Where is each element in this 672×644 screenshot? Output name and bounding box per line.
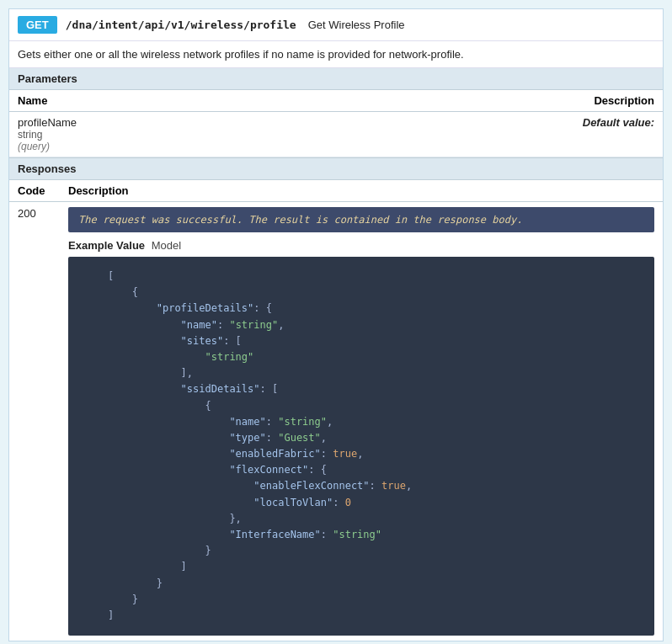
api-container: GET /dna/intent/api/v1/wireless/profile … [8,8,664,641]
param-default-cell: Default value: [311,112,663,157]
response-desc-cell: The request was successful. The result i… [60,202,663,641]
api-title: Get Wireless Profile [308,19,405,31]
param-name-cell: profileName string (query) [9,112,311,157]
parameters-table: Name Description profileName string (que… [9,90,663,157]
example-value-label: Example Value [68,239,145,252]
param-row: profileName string (query) Default value… [9,112,663,157]
responses-section-header: Responses [9,158,663,180]
response-desc-header: Description [60,180,663,202]
response-code-header: Code [9,180,60,202]
api-path-text: /dna/intent/api/v1/wireless/profile [66,19,296,31]
model-link[interactable]: Model [152,239,181,252]
parameters-section-header: Parameters [9,68,663,90]
param-type: string [18,129,302,141]
param-location: (query) [18,141,302,152]
params-name-header: Name [9,90,311,112]
example-label: Example Value Model [68,239,654,252]
responses-section: Responses Code Description 200 The reque… [9,157,663,641]
response-row: 200 The request was successful. The resu… [9,202,663,641]
code-block: [ { "profileDetails": { "name": "string"… [68,257,654,636]
param-name: profileName [18,116,302,129]
params-desc-header: Description [311,90,663,112]
response-code: 200 [9,202,60,641]
method-badge: GET [18,16,57,34]
api-description: Gets either one or all the wireless netw… [9,41,663,68]
responses-table: Code Description 200 The request was suc… [9,180,663,641]
response-message: The request was successful. The result i… [68,207,654,232]
api-header: GET /dna/intent/api/v1/wireless/profile … [9,9,663,41]
api-path: /dna/intent/api/v1/wireless/profile [66,19,296,31]
